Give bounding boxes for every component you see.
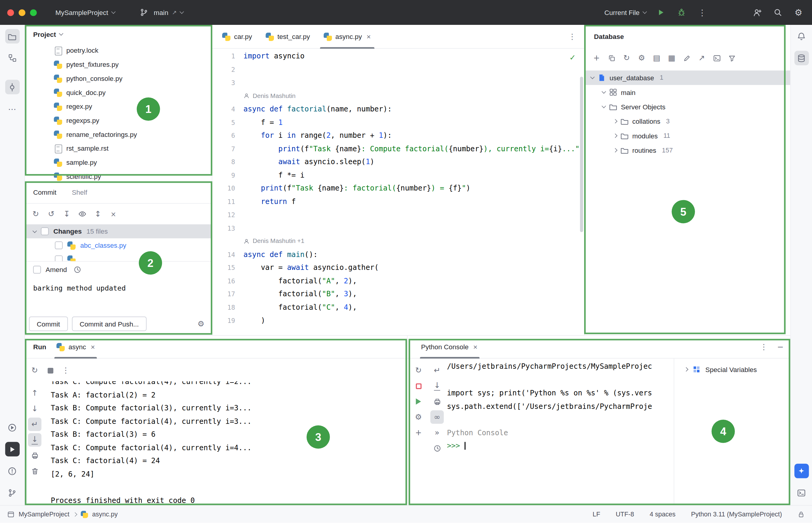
data-source-settings-gear-icon[interactable]: ⚙ <box>635 51 648 65</box>
chevron-right-icon[interactable] <box>613 119 617 123</box>
chevron-right-icon[interactable] <box>613 148 617 152</box>
services-tool-button[interactable] <box>5 420 19 435</box>
filter-icon[interactable] <box>725 51 738 65</box>
commit-history-clock-icon[interactable] <box>74 266 81 273</box>
editor-scrollbar[interactable] <box>580 77 583 232</box>
settings-button[interactable]: ⚙ <box>792 6 805 19</box>
new-console-plus-icon[interactable]: + <box>412 426 425 439</box>
duplicate-icon[interactable] <box>605 51 618 65</box>
execute-icon[interactable] <box>412 395 425 408</box>
console-prompt-line[interactable]: >>> <box>447 439 672 453</box>
search-everywhere-button[interactable] <box>772 6 784 19</box>
chevron-right-icon[interactable] <box>613 133 617 138</box>
tab-async-py[interactable]: async.py × <box>317 24 377 49</box>
more-options-icon[interactable]: ⋮ <box>59 364 72 377</box>
more-tool-windows-button[interactable]: ⋯ <box>5 102 19 116</box>
rerun-icon[interactable]: ↻ <box>28 364 41 377</box>
export-icon[interactable]: ↗ <box>695 51 708 65</box>
new-element-icon[interactable]: ▤ <box>650 51 664 65</box>
close-tab-icon[interactable]: × <box>367 32 371 41</box>
chevron-right-icon[interactable] <box>684 367 688 372</box>
run-tool-button[interactable] <box>5 442 19 456</box>
soft-wrap-icon[interactable]: ↵ <box>430 364 444 377</box>
expand-collapse-icon[interactable]: ↕ <box>91 207 105 221</box>
project-tree-item[interactable]: pytest_fixtures.py <box>25 57 212 72</box>
console-settings-gear-icon[interactable]: ⚙ <box>412 410 425 424</box>
rollback-icon[interactable]: ↺ <box>44 207 58 221</box>
close-window-button[interactable] <box>7 9 14 16</box>
run-button[interactable] <box>654 6 667 19</box>
commit-button[interactable]: Commit <box>29 317 68 331</box>
add-data-source-icon[interactable]: + <box>590 51 603 65</box>
execute-command-icon[interactable]: » <box>430 426 444 439</box>
down-stack-trace-icon[interactable]: ↓ <box>28 402 41 415</box>
tab-test-car-py[interactable]: test_car.py <box>259 24 316 49</box>
database-tree-item[interactable]: Server Objects <box>585 100 790 114</box>
database-tree-item[interactable]: collations3 <box>585 114 790 128</box>
refresh-icon[interactable]: ↻ <box>29 207 42 221</box>
python-console-tab[interactable]: Python Console × <box>416 336 484 358</box>
project-tree-item[interactable]: python_console.py <box>25 72 212 86</box>
database-tree-item[interactable]: modules11 <box>585 128 790 143</box>
run-tab-async[interactable]: async × <box>50 336 101 358</box>
browse-history-clock-icon[interactable] <box>430 441 444 455</box>
scroll-to-end-icon[interactable]: ↓ <box>430 379 444 393</box>
more-actions-button[interactable]: ⋮ <box>696 6 709 19</box>
commit-message-input[interactable]: barking method updated <box>25 278 212 298</box>
changes-group-row[interactable]: Changes 15 files <box>25 224 212 238</box>
more-options-icon[interactable]: ⋮ <box>757 340 771 354</box>
rerun-console-icon[interactable]: ↻ <box>412 364 425 377</box>
minimize-window-button[interactable] <box>19 9 25 16</box>
project-tree-item[interactable]: scientific.py <box>25 169 212 182</box>
run-configuration-selector[interactable]: Current File <box>605 9 646 17</box>
database-tree-item[interactable]: user_database1 <box>585 70 790 85</box>
version-control-tool-button[interactable] <box>5 486 19 500</box>
database-tree-item[interactable]: main <box>585 85 790 100</box>
chevron-down-icon[interactable] <box>602 104 606 108</box>
project-tree-item[interactable]: poetry.lock <box>25 43 212 57</box>
inspections-ok-checkmark-icon[interactable]: ✓ <box>570 53 576 62</box>
up-stack-trace-icon[interactable]: ↑ <box>28 386 41 400</box>
changes-checkbox[interactable] <box>41 227 49 235</box>
breadcrumb-project[interactable]: MySampleProject <box>19 511 69 518</box>
branch-switcher[interactable]: main ↗ <box>138 6 184 19</box>
edit-pencil-icon[interactable] <box>680 51 694 65</box>
refresh-icon[interactable]: ↻ <box>620 51 633 65</box>
notifications-bell-icon[interactable] <box>794 29 808 43</box>
chevron-down-icon[interactable] <box>590 75 595 79</box>
project-tree-item[interactable]: rename_refactorings.py <box>25 127 212 141</box>
amend-checkbox[interactable] <box>33 266 41 273</box>
tab-car-py[interactable]: car.py <box>216 24 259 49</box>
tab-commit[interactable]: Commit <box>33 189 56 197</box>
minimize-panel-icon[interactable]: − <box>774 340 787 354</box>
clear-all-trash-icon[interactable] <box>28 464 41 478</box>
print-icon[interactable] <box>28 449 41 462</box>
project-tree-item[interactable]: regexps.py <box>25 113 212 128</box>
python-console[interactable]: /Users/jetbrains/PycharmProjects/MySampl… <box>447 360 672 505</box>
lock-icon[interactable] <box>798 511 805 518</box>
run-console[interactable]: Task C: Compute factorial(4), currently … <box>51 381 404 505</box>
stop-icon[interactable] <box>43 364 57 377</box>
line-separator-widget[interactable]: LF <box>592 511 600 518</box>
changed-file-row[interactable]: abc_classes.py <box>25 238 212 253</box>
group-by-icon[interactable]: × <box>107 207 120 221</box>
scroll-to-end-icon[interactable]: ↓ <box>28 433 41 447</box>
table-icon[interactable]: ▦ <box>665 51 679 65</box>
ai-assistant-button[interactable] <box>794 464 808 478</box>
tab-shelf[interactable]: Shelf <box>72 189 87 197</box>
print-icon[interactable] <box>430 395 444 408</box>
file-checkbox[interactable] <box>55 241 62 249</box>
encoding-widget[interactable]: UTF-8 <box>615 511 634 518</box>
query-console-icon[interactable] <box>710 51 723 65</box>
stop-icon[interactable] <box>412 379 425 393</box>
problems-tool-button[interactable] <box>5 464 19 478</box>
commit-and-push-button[interactable]: Commit and Push... <box>72 317 146 331</box>
breadcrumb-file[interactable]: async.py <box>92 511 118 518</box>
debug-button[interactable] <box>675 6 688 19</box>
project-tree-item[interactable]: regex.py <box>25 100 212 113</box>
author-inlay-label[interactable]: Denis Mashutin <box>253 89 296 103</box>
editor-options-icon[interactable]: ⋮ <box>566 30 579 43</box>
author-inlay-label[interactable]: Denis Mashutin +1 <box>253 235 304 248</box>
soft-wrap-icon[interactable]: ↵ <box>28 418 41 431</box>
database-tree-item[interactable]: routines157 <box>585 143 790 157</box>
